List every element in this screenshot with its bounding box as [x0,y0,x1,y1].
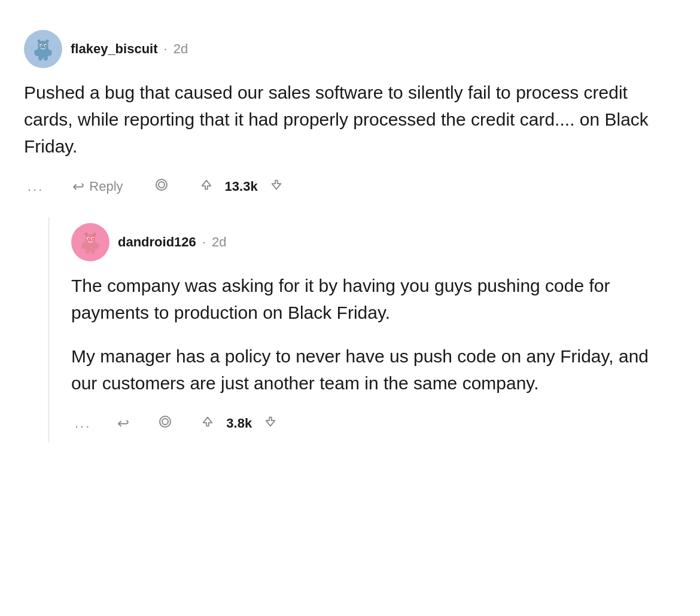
svg-point-10 [38,56,42,61]
award-button[interactable] [148,174,175,199]
upvote-icon [200,178,213,195]
svg-point-24 [86,249,90,254]
comment-award-icon [158,414,172,432]
comment-upvote-button[interactable] [195,411,220,435]
comment-reply-icon: ↩ [117,415,129,432]
comment-actions: ... ↩ [71,411,676,436]
post-username[interactable]: flakey_biscuit [71,41,158,57]
reply-label: Reply [89,179,123,194]
comments-section: dandroid126 · 2d The company was asking … [48,217,676,442]
post-header: flakey_biscuit · 2d [24,30,676,68]
more-options-button[interactable]: ... [24,175,47,198]
comment-paragraph-2: My manager has a policy to never have us… [71,343,676,397]
comment-paragraph-1: The company was asking for it by having … [71,272,676,326]
svg-point-11 [44,56,48,61]
svg-point-27 [162,419,168,425]
comment-container: dandroid126 · 2d The company was asking … [71,217,676,442]
svg-point-6 [41,45,42,47]
post-actions: ... ↩ Reply 13.3k [24,174,676,199]
award-icon [154,178,169,196]
reply-icon: ↩ [72,178,84,195]
comment-meta-separator: · [202,234,206,250]
comment-avatar-icon [77,229,104,255]
comment-downvote-button[interactable] [258,411,283,435]
comment-more-options-button[interactable]: ... [71,412,95,435]
svg-point-21 [92,238,94,240]
comment-avatar [71,223,109,261]
svg-point-2 [38,40,40,42]
comment-vote-count: 3.8k [226,416,252,431]
reply-button[interactable]: ↩ Reply [66,175,129,199]
comment-upvote-icon [201,415,214,432]
comment-content: The company was asking for it by having … [71,272,676,397]
comment-username[interactable]: dandroid126 [118,234,196,250]
svg-point-16 [85,233,87,236]
comment-downvote-icon [264,415,277,432]
svg-point-3 [46,40,48,42]
svg-point-20 [88,238,90,240]
post-timestamp: 2d [174,41,188,57]
post-content: Pushed a bug that caused our sales softw… [24,79,676,160]
user-avatar-icon [30,36,56,62]
vote-group: 13.3k [194,175,289,199]
comment-reply-button[interactable]: ↩ [111,411,135,435]
post-meta: flakey_biscuit · 2d [71,41,188,57]
svg-point-25 [91,249,95,254]
comment-award-button[interactable] [152,411,178,436]
comment-timestamp: 2d [212,234,226,250]
comment-vote-group: 3.8k [195,411,283,435]
post-container: flakey_biscuit · 2d Pushed a bug that ca… [24,18,676,454]
avatar [24,30,62,68]
downvote-button[interactable] [264,175,289,199]
vote-count: 13.3k [225,179,258,194]
upvote-button[interactable] [194,175,219,199]
svg-point-7 [45,45,47,47]
svg-point-13 [159,182,165,188]
downvote-icon [270,178,283,195]
svg-point-26 [160,416,171,427]
svg-point-17 [93,233,96,236]
comment-header: dandroid126 · 2d [71,223,676,261]
svg-point-12 [156,179,167,190]
meta-separator: · [164,41,168,57]
comment-meta: dandroid126 · 2d [118,234,226,250]
